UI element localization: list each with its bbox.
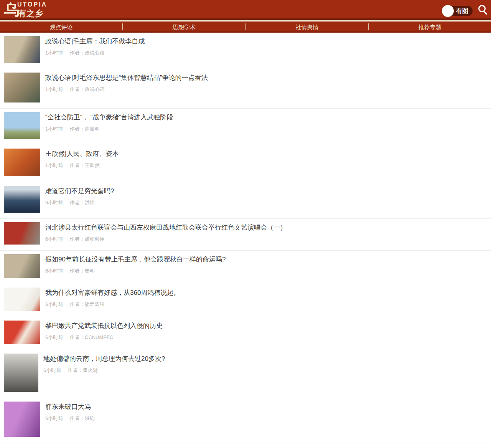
article-row[interactable]: 王欣然|人民、政府、资本 1小时前 作者：王欣然 xyxy=(0,145,491,182)
article-thumbnail[interactable] xyxy=(4,36,40,63)
author-label: 作者： xyxy=(70,50,85,56)
author-name: 政说心语 xyxy=(85,50,105,56)
article-title[interactable]: 黎巴嫩共产党武装抵抗以色列入侵的历史 xyxy=(45,321,487,331)
author-name: 锁定坚强 xyxy=(85,301,105,307)
logo-wu-char: 乌 xyxy=(4,1,19,18)
article-meta: 6小时前 作者：锁定坚强 xyxy=(45,301,487,308)
article-author: 作者：锁定坚强 xyxy=(70,301,105,307)
author-name: 政说心语 xyxy=(85,86,105,92)
article-meta: 6小时前 作者：秦明 xyxy=(45,268,487,274)
article-meta: 1小时前 作者：王欣然 xyxy=(45,162,487,169)
article-info: 河北涉县太行红色联谊会与山西左权麻田战地红歌会联合举行红色文艺演唱会（一） 6小… xyxy=(45,222,487,245)
article-title[interactable]: 胖东来破口大骂 xyxy=(45,402,487,412)
author-label: 作者： xyxy=(70,334,85,340)
author-label: 作者： xyxy=(70,268,85,274)
article-row[interactable]: 胖东来破口大骂 6小时前 作者：洪钧 xyxy=(0,398,491,443)
article-time: 6小时前 xyxy=(45,236,63,242)
article-info: 政说心语|对毛泽东思想是“集体智慧结晶”争论的一点看法 1小时前 作者：政说心语 xyxy=(45,73,487,102)
article-row[interactable]: 河北涉县太行红色联谊会与山西左权麻田战地红歌会联合举行红色文艺演唱会（一） 6小… xyxy=(0,219,491,251)
article-list: 政说心语|毛主席：我们不做李自成 1小时前 作者：政说心语 政说心语|对毛泽东思… xyxy=(0,33,491,443)
article-row[interactable]: 我为什么对富豪鲜有好感，从360周鸿祎说起。 6小时前 作者：锁定坚强 xyxy=(0,284,491,317)
article-meta: 6小时前 作者：洪钧 xyxy=(45,415,487,422)
author-label: 作者： xyxy=(70,415,85,421)
article-info: “全社会防卫”， “战争豪猪”台湾进入武独阶段 1小时前 作者：陈曾明 xyxy=(45,112,487,139)
logo-utopia-text: UTOPIA xyxy=(17,1,47,8)
article-info: 难道它们不是穷光蛋吗? 6小时前 作者：洪钧 xyxy=(45,186,487,213)
author-label: 作者： xyxy=(70,162,85,168)
top-bar: 乌 UTOPIA 有之乡 有图 xyxy=(0,0,491,18)
article-meta: 6小时前 作者：旗帜时评 xyxy=(45,236,487,243)
article-thumbnail[interactable] xyxy=(4,186,40,213)
article-author: 作者：洪钧 xyxy=(70,415,95,421)
article-title[interactable]: 政说心语|毛主席：我们不做李自成 xyxy=(45,36,487,46)
nav-item-viewpoints[interactable]: 观点评论 xyxy=(0,21,122,31)
article-info: 黎巴嫩共产党武装抵抗以色列入侵的历史 6小时前 作者：CCNUMPFC xyxy=(45,321,487,344)
article-row[interactable]: 政说心语|毛主席：我们不做李自成 1小时前 作者：政说心语 xyxy=(0,33,491,69)
image-mode-toggle[interactable]: 有图 xyxy=(443,6,473,16)
article-row[interactable]: 黎巴嫩共产党武装抵抗以色列入侵的历史 6小时前 作者：CCNUMPFC xyxy=(0,317,491,350)
search-icon[interactable] xyxy=(478,5,486,12)
article-info: 我为什么对富豪鲜有好感，从360周鸿祎说起。 6小时前 作者：锁定坚强 xyxy=(45,288,487,311)
article-title[interactable]: 地处偏僻的云南，周总理为何去过20多次? xyxy=(43,354,487,364)
article-row[interactable]: 地处偏僻的云南，周总理为何去过20多次? 6小时前 作者：星火游 xyxy=(0,350,491,398)
logo-rest-chars: 有之乡 xyxy=(18,8,43,19)
article-time: 6小时前 xyxy=(45,334,63,340)
article-meta: 6小时前 作者：CCNUMPFC xyxy=(45,334,487,341)
article-thumbnail[interactable] xyxy=(4,112,40,139)
toggle-knob[interactable] xyxy=(442,5,454,17)
article-thumbnail[interactable] xyxy=(4,354,38,392)
article-author: 作者：政说心语 xyxy=(70,50,105,56)
article-title[interactable]: “全社会防卫”， “战争豪猪”台湾进入武独阶段 xyxy=(45,112,487,122)
author-name: 星火游 xyxy=(83,367,98,373)
author-name: 王欣然 xyxy=(85,162,100,168)
article-thumbnail[interactable] xyxy=(4,402,40,437)
nav-item-recommended-topics[interactable]: 推荐专题 xyxy=(369,21,491,31)
article-author: 作者：星火游 xyxy=(68,367,98,373)
article-time: 1小时前 xyxy=(45,162,63,168)
author-label: 作者： xyxy=(70,86,85,92)
article-meta: 1小时前 作者：政说心语 xyxy=(45,50,487,56)
article-thumbnail[interactable] xyxy=(4,73,40,102)
article-info: 假如90年前长征没有带上毛主席，他会跟瞿秋白一样的命运吗? 6小时前 作者：秦明 xyxy=(45,254,487,278)
article-info: 胖东来破口大骂 6小时前 作者：洪钧 xyxy=(45,402,487,437)
article-time: 6小时前 xyxy=(45,301,63,307)
author-name: 洪钧 xyxy=(85,415,95,421)
article-title[interactable]: 河北涉县太行红色联谊会与山西左权麻田战地红歌会联合举行红色文艺演唱会（一） xyxy=(45,223,487,232)
site-logo[interactable]: 乌 UTOPIA 有之乡 xyxy=(4,1,58,18)
article-author: 作者：王欣然 xyxy=(70,162,100,168)
article-time: 6小时前 xyxy=(45,268,63,274)
article-row[interactable]: 政说心语|对毛泽东思想是“集体智慧结晶”争论的一点看法 1小时前 作者：政说心语 xyxy=(0,69,491,109)
article-thumbnail[interactable] xyxy=(4,254,40,278)
article-author: 作者：CCNUMPFC xyxy=(70,334,113,340)
article-info: 地处偏僻的云南，周总理为何去过20多次? 6小时前 作者：星火游 xyxy=(43,354,487,392)
article-time: 1小时前 xyxy=(45,126,63,132)
article-thumbnail[interactable] xyxy=(4,321,40,344)
article-title[interactable]: 王欣然|人民、政府、资本 xyxy=(45,149,487,159)
article-row[interactable]: “全社会防卫”， “战争豪猪”台湾进入武独阶段 1小时前 作者：陈曾明 xyxy=(0,109,491,145)
image-mode-toggle-label: 有图 xyxy=(456,6,468,16)
article-time: 6小时前 xyxy=(43,367,61,373)
article-info: 王欣然|人民、政府、资本 1小时前 作者：王欣然 xyxy=(45,149,487,176)
author-label: 作者： xyxy=(68,367,83,373)
article-row[interactable]: 难道它们不是穷光蛋吗? 6小时前 作者：洪钧 xyxy=(0,182,491,219)
author-name: 洪钧 xyxy=(85,200,95,205)
article-thumbnail[interactable] xyxy=(4,222,40,245)
article-info: 政说心语|毛主席：我们不做李自成 1小时前 作者：政说心语 xyxy=(45,36,487,63)
article-thumbnail[interactable] xyxy=(4,149,40,176)
article-meta: 1小时前 作者：陈曾明 xyxy=(45,126,487,132)
article-title[interactable]: 政说心语|对毛泽东思想是“集体智慧结晶”争论的一点看法 xyxy=(45,73,487,83)
author-name: CCNUMPFC xyxy=(85,334,113,340)
article-meta: 6小时前 作者：洪钧 xyxy=(45,199,487,206)
article-thumbnail[interactable] xyxy=(4,288,40,311)
author-label: 作者： xyxy=(70,126,85,132)
article-title[interactable]: 我为什么对富豪鲜有好感，从360周鸿祎说起。 xyxy=(45,288,487,298)
article-title[interactable]: 难道它们不是穷光蛋吗? xyxy=(45,186,487,196)
article-row[interactable]: 假如90年前长征没有带上毛主席，他会跟瞿秋白一样的命运吗? 6小时前 作者：秦明 xyxy=(0,251,491,284)
article-title[interactable]: 假如90年前长征没有带上毛主席，他会跟瞿秋白一样的命运吗? xyxy=(45,255,487,264)
article-time: 6小时前 xyxy=(45,200,63,205)
nav-item-thought[interactable]: 思想学术 xyxy=(123,21,245,31)
author-label: 作者： xyxy=(70,236,85,242)
article-meta: 1小时前 作者：政说心语 xyxy=(45,86,487,93)
article-time: 1小时前 xyxy=(45,50,63,56)
nav-item-public-opinion[interactable]: 社情舆情 xyxy=(246,21,368,31)
